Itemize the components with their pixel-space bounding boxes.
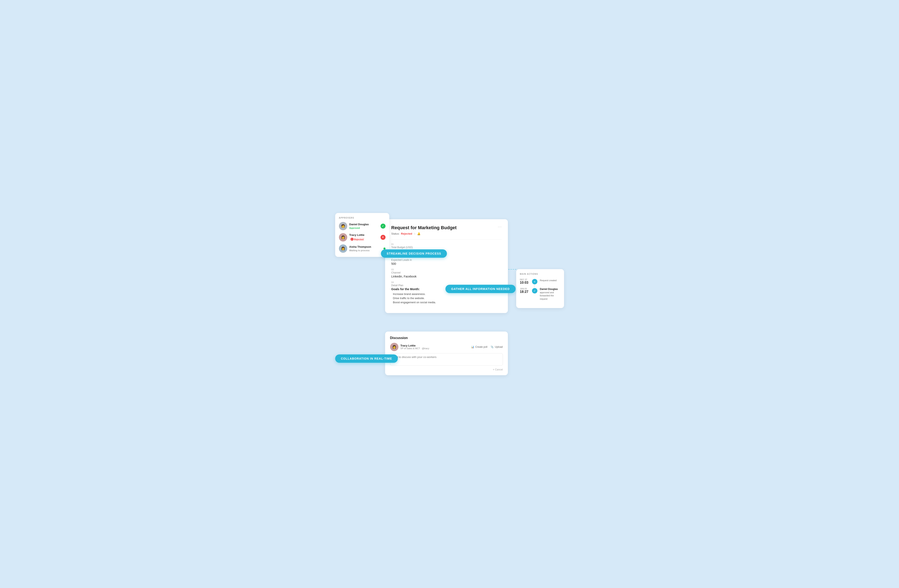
- request-title: Request for Marketing Budget: [391, 225, 502, 230]
- timeline-icon-check: ✓: [532, 288, 538, 293]
- gather-badge: GATHER ALL INFORMATION NEEDED: [445, 285, 516, 293]
- status-icon-tracy: ✕: [380, 235, 386, 240]
- timeline-month-1: DEC 27: [520, 278, 530, 281]
- status-label: Status:: [391, 232, 400, 235]
- timeline-month-2: JAN 03: [520, 288, 530, 290]
- timeline-time-2: 18:27: [520, 290, 530, 294]
- discussion-user-row: 👩 Tracy Lottie VP of Sales & MCT · @trac…: [390, 343, 503, 351]
- status-icon-daniel: ✓: [380, 224, 386, 228]
- field-num-04: 04: [391, 281, 502, 284]
- approver-status-aisha: Waiting to process: [349, 249, 382, 252]
- timeline-content-2: Daniel Douglas approved and forwarded th…: [540, 288, 560, 301]
- approver-name-daniel: Daniel Douglas: [349, 223, 378, 226]
- actions-label: MAIN ACTIONS: [520, 273, 560, 275]
- poll-label: Create poll: [475, 346, 487, 349]
- discussion-title: Discussion: [390, 336, 503, 340]
- main-actions-card: MAIN ACTIONS DEC 27 10:03 + Request crea…: [516, 269, 564, 308]
- upload-label: Upload: [495, 346, 503, 349]
- approver-name-aisha: Aisha Thompson: [349, 245, 382, 249]
- detail-plan-item-3: Boost engagement on social media.: [391, 301, 502, 304]
- approver-item-daniel: 🧑 Daniel Douglas Approved ✓: [339, 222, 386, 230]
- request-card: ··· Request for Marketing Budget Status:…: [385, 219, 508, 313]
- timeline-date-2: JAN 03 18:27: [520, 288, 530, 301]
- cancel-button[interactable]: × Cancel: [493, 368, 503, 371]
- discussion-actions: 📊 Create poll 📎 Upload: [471, 346, 503, 349]
- timeline-content-1: Request created: [540, 278, 560, 284]
- field-label-01: Total Budget (USD): [391, 246, 502, 249]
- create-poll-button[interactable]: 📊 Create poll: [471, 346, 487, 349]
- timeline-time-1: 10:03: [520, 281, 530, 284]
- approver-status-tracy: Rejected: [354, 238, 364, 241]
- timeline-connector: [534, 284, 534, 288]
- discussion-card: Discussion 👩 Tracy Lottie VP of Sales & …: [385, 332, 508, 375]
- streamline-badge: STREAMLINE DECISION PROCESS: [381, 249, 447, 258]
- timeline-date-1: DEC 27 10:03: [520, 278, 530, 284]
- main-scene: APPROVERS 🧑 Daniel Douglas Approved ✓ 👩 …: [335, 213, 564, 375]
- discussion-input[interactable]: [390, 353, 503, 366]
- collaboration-badge: COLLABORATION IN REAL-TIME: [335, 354, 398, 363]
- field-num-01: 01: [391, 243, 502, 245]
- detail-plan-item-2: Drive traffic to the website.: [391, 296, 502, 300]
- timeline-desc-1: Request created: [540, 279, 560, 282]
- approver-item-tracy: 👩 Tracy Lottie ! Rejected ✕: [339, 233, 386, 241]
- field-value-03: Linkedin, Facebook: [391, 275, 502, 278]
- discussion-avatar: 👩: [390, 343, 399, 351]
- approvers-card: APPROVERS 🧑 Daniel Douglas Approved ✓ 👩 …: [335, 213, 389, 257]
- upload-icon: 📎: [491, 346, 494, 349]
- discussion-footer: × Cancel: [390, 368, 503, 371]
- field-label-02: Expected Leads in: [391, 259, 502, 261]
- timeline-item-approved: JAN 03 18:27 ✓ Daniel Douglas approved a…: [520, 288, 560, 301]
- rejected-badge-dot: !: [351, 238, 354, 241]
- star-icon[interactable]: ☆: [413, 232, 416, 235]
- approver-item-aisha: 👩 Aisha Thompson Waiting to process: [339, 244, 386, 253]
- discussion-user-role: VP of Sales & MCT · @tracy: [400, 347, 429, 350]
- rejected-badge: ! Rejected: [349, 237, 365, 241]
- field-channel: 03 Channel Linkedin, Facebook: [391, 268, 502, 278]
- timeline-desc-2: approved and forwarded the request: [540, 291, 560, 301]
- approver-name-tracy: Tracy Lottie: [349, 233, 378, 237]
- bell-icon[interactable]: 🔔: [417, 232, 420, 235]
- avatar-aisha: 👩: [339, 244, 347, 253]
- approvers-label: APPROVERS: [339, 217, 386, 219]
- avatar-tracy: 👩: [339, 233, 347, 241]
- status-value: Rejected: [401, 232, 412, 235]
- discussion-user-info: Tracy Lottie VP of Sales & MCT · @tracy: [400, 344, 429, 350]
- approver-info-daniel: Daniel Douglas Approved: [349, 223, 378, 229]
- approver-info-tracy: Tracy Lottie ! Rejected: [349, 233, 378, 241]
- request-status-row: Status: Rejected ☆ 🔔: [391, 232, 502, 235]
- avatar-daniel: 🧑: [339, 222, 347, 230]
- request-dots-menu[interactable]: ···: [498, 225, 502, 229]
- timeline-name-2: Daniel Douglas: [540, 288, 560, 290]
- approver-status-daniel: Approved: [349, 227, 378, 229]
- upload-button[interactable]: 📎 Upload: [491, 346, 503, 349]
- field-label-03: Channel: [391, 271, 502, 274]
- poll-icon: 📊: [471, 346, 474, 349]
- field-value-02: 500: [391, 262, 502, 265]
- timeline-icon-plus: +: [532, 279, 538, 284]
- timeline-item-created: DEC 27 10:03 + Request created: [520, 278, 560, 284]
- field-num-03: 03: [391, 268, 502, 271]
- approver-info-aisha: Aisha Thompson Waiting to process: [349, 245, 382, 252]
- discussion-user-name: Tracy Lottie: [400, 344, 429, 347]
